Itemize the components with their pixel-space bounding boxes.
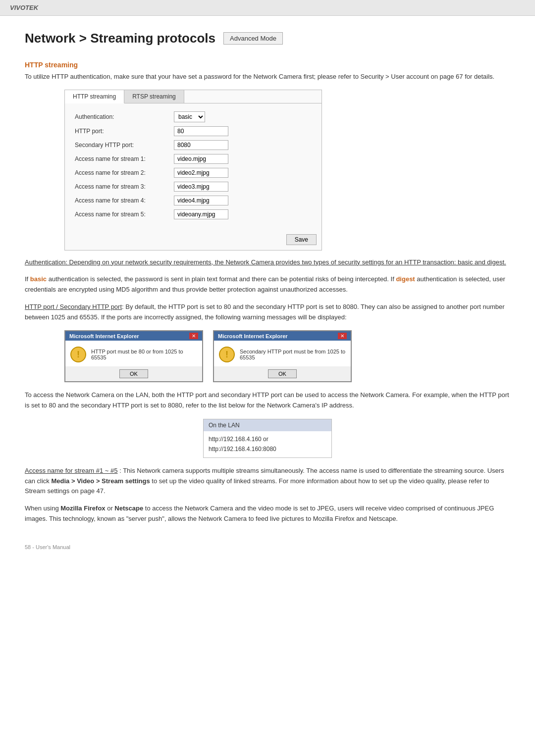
secondary-port-label: Secondary HTTP port: bbox=[75, 142, 174, 149]
stream3-input[interactable] bbox=[174, 182, 228, 192]
auth-para2-start: If bbox=[25, 275, 30, 283]
stream5-input[interactable] bbox=[174, 209, 228, 219]
config-row-secondary-port: Secondary HTTP port: bbox=[75, 140, 312, 150]
http-port-value[interactable] bbox=[174, 126, 228, 136]
auth-value[interactable]: basic digest bbox=[174, 111, 205, 122]
save-button[interactable]: Save bbox=[286, 234, 317, 245]
auth-select[interactable]: basic digest bbox=[174, 111, 205, 122]
firefox-start: When using bbox=[25, 504, 60, 512]
secondary-port-input[interactable] bbox=[174, 140, 228, 150]
config-panel: HTTP streaming RTSP streaming Authentica… bbox=[64, 90, 322, 251]
stream4-label: Access name for stream 4: bbox=[75, 197, 174, 204]
page-title-row: Network > Streaming protocols Advanced M… bbox=[25, 31, 510, 46]
config-row-auth: Authentication: basic digest bbox=[75, 111, 312, 122]
lan-row-1: http://192.168.4.160 or bbox=[209, 434, 326, 444]
tab-http-streaming[interactable]: HTTP streaming bbox=[65, 90, 124, 103]
dialog-box-1: Microsoft Internet Explorer ✕ ! HTTP por… bbox=[64, 330, 203, 382]
dialog-titlebar-1: Microsoft Internet Explorer ✕ bbox=[65, 331, 202, 341]
dialogs-row: Microsoft Internet Explorer ✕ ! HTTP por… bbox=[64, 330, 510, 382]
stream-para: Access name for stream #1 ~ #5 : This Ne… bbox=[25, 466, 510, 497]
dialog-title-2: Microsoft Internet Explorer bbox=[218, 333, 288, 339]
secondary-port-value[interactable] bbox=[174, 140, 228, 150]
basic-label: basic bbox=[30, 275, 47, 283]
page-footer: 58 - User's Manual bbox=[25, 544, 510, 550]
firefox-bold1: Mozilla Firefox bbox=[60, 504, 105, 512]
dialog-ok-btn-2[interactable]: OK bbox=[268, 369, 297, 378]
lan-para: To access the Network Camera on the LAN,… bbox=[25, 390, 510, 411]
http-port-underline: HTTP port / Secondary HTTP port bbox=[25, 303, 122, 310]
stream-underline: Access name for stream #1 ~ #5 bbox=[25, 467, 118, 474]
auth-para2-mid: authentication is selected, the password… bbox=[49, 275, 396, 283]
dialog-body-1: ! HTTP port must be 80 or from 1025 to 6… bbox=[65, 341, 202, 366]
stream1-label: Access name for stream 1: bbox=[75, 155, 174, 162]
lan-table: On the LAN http://192.168.4.160 or http:… bbox=[203, 419, 332, 458]
dialog-message-2: Secondary HTTP port must be from 1025 to… bbox=[240, 349, 346, 360]
dialog-box-2: Microsoft Internet Explorer ✕ ! Secondar… bbox=[213, 330, 352, 382]
dialog-ok-row-1: OK bbox=[65, 366, 202, 381]
stream-bold: Media > Video > Stream settings bbox=[51, 477, 150, 485]
http-port-para: HTTP port / Secondary HTTP port: By defa… bbox=[25, 302, 510, 323]
save-row: Save bbox=[65, 231, 321, 250]
dialog-ok-row-2: OK bbox=[214, 366, 351, 381]
stream1-input[interactable] bbox=[174, 154, 228, 164]
config-row-stream1: Access name for stream 1: bbox=[75, 154, 312, 164]
config-row-http-port: HTTP port: bbox=[75, 126, 312, 136]
auth-para: Authentication: Depending on your networ… bbox=[25, 257, 510, 268]
config-body: Authentication: basic digest HTTP port: bbox=[65, 103, 321, 231]
dialog-close-1[interactable]: ✕ bbox=[189, 333, 198, 339]
stream2-input[interactable] bbox=[174, 168, 228, 178]
dialog-message-1: HTTP port must be 80 or from 1025 to 655… bbox=[91, 349, 197, 360]
dialog-close-2[interactable]: ✕ bbox=[338, 333, 347, 339]
brand-logo: VIVOTEK bbox=[10, 4, 38, 11]
firefox-para: When using Mozilla Firefox or Netscape t… bbox=[25, 504, 510, 524]
lan-row-2: http://192.168.4.160:8080 bbox=[209, 444, 326, 454]
http-streaming-section: HTTP streaming To utilize HTTP authentic… bbox=[25, 61, 510, 524]
stream5-value[interactable] bbox=[174, 209, 228, 219]
warning-icon-2: ! bbox=[219, 347, 235, 362]
stream4-input[interactable] bbox=[174, 196, 228, 205]
advanced-mode-button[interactable]: Advanced Mode bbox=[223, 32, 283, 45]
stream4-value[interactable] bbox=[174, 196, 228, 205]
config-row-stream3: Access name for stream 3: bbox=[75, 182, 312, 192]
auth-label: Authentication: bbox=[75, 113, 174, 120]
config-row-stream2: Access name for stream 2: bbox=[75, 168, 312, 178]
tabs-row: HTTP streaming RTSP streaming bbox=[65, 90, 321, 103]
digest-label: digest bbox=[396, 275, 415, 283]
lan-table-body: http://192.168.4.160 or http://192.168.4… bbox=[204, 431, 331, 457]
dialog-body-2: ! Secondary HTTP port must be from 1025 … bbox=[214, 341, 351, 366]
page-header: VIVOTEK bbox=[0, 0, 535, 16]
firefox-or: or bbox=[107, 504, 114, 512]
warning-icon-1: ! bbox=[70, 347, 86, 362]
lan-table-header: On the LAN bbox=[204, 419, 331, 431]
main-content: Network > Streaming protocols Advanced M… bbox=[0, 16, 535, 570]
section-heading: HTTP streaming bbox=[25, 61, 510, 69]
stream3-value[interactable] bbox=[174, 182, 228, 192]
firefox-bold2: Netscape bbox=[114, 504, 143, 512]
stream1-value[interactable] bbox=[174, 154, 228, 164]
http-port-label: HTTP port: bbox=[75, 128, 174, 135]
dialog-titlebar-2: Microsoft Internet Explorer ✕ bbox=[214, 331, 351, 341]
config-row-stream4: Access name for stream 4: bbox=[75, 196, 312, 205]
stream2-label: Access name for stream 2: bbox=[75, 169, 174, 176]
footer-text: 58 - User's Manual bbox=[25, 544, 70, 550]
dialog-ok-btn-1[interactable]: OK bbox=[119, 369, 148, 378]
tab-rtsp-streaming[interactable]: RTSP streaming bbox=[124, 90, 184, 103]
auth-para2: If basic authentication is selected, the… bbox=[25, 274, 510, 295]
page-title: Network > Streaming protocols bbox=[25, 31, 215, 46]
http-port-input[interactable] bbox=[174, 126, 228, 136]
dialog-title-1: Microsoft Internet Explorer bbox=[69, 333, 139, 339]
stream2-value[interactable] bbox=[174, 168, 228, 178]
stream5-label: Access name for stream 5: bbox=[75, 211, 174, 218]
intro-text: To utilize HTTP authentication, make sur… bbox=[25, 72, 510, 82]
auth-underline-label: Authentication: Depending on your networ… bbox=[25, 258, 506, 266]
config-row-stream5: Access name for stream 5: bbox=[75, 209, 312, 219]
stream3-label: Access name for stream 3: bbox=[75, 183, 174, 190]
